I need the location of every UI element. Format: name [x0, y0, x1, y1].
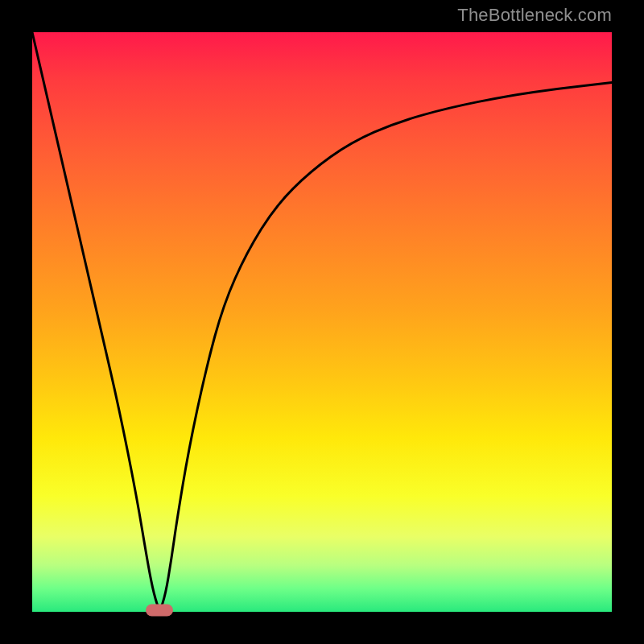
curve-svg	[32, 32, 612, 612]
watermark-text: TheBottleneck.com	[457, 5, 612, 26]
bottleneck-curve-path	[32, 32, 612, 608]
minimum-marker	[146, 605, 173, 617]
chart-frame: TheBottleneck.com	[0, 0, 644, 644]
plot-area	[32, 32, 612, 612]
